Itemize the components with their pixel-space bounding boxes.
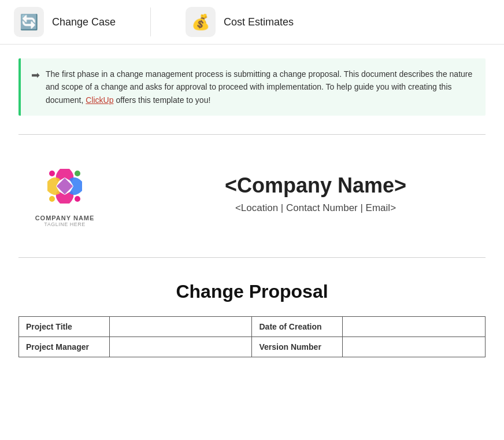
table-cell-date-creation-value[interactable] — [343, 317, 486, 337]
top-nav: 🔄 Change Case 💰 Cost Estimates — [0, 0, 504, 45]
svg-point-0 — [49, 171, 55, 176]
company-logo-area: COMPANY NAME TAGLINE HERE — [18, 160, 111, 227]
table-cell-project-title-label: Project Title — [19, 317, 110, 337]
table-cell-project-manager-label: Project Manager — [19, 337, 110, 357]
company-contact-line: <Location | Contact Number | Email> — [146, 202, 486, 214]
company-logo-svg — [33, 160, 97, 212]
nav-divider — [150, 8, 151, 36]
change-case-label: Change Case — [52, 16, 116, 28]
table-cell-date-creation-label: Date of Creation — [252, 317, 343, 337]
proposal-info-table: Project Title Date of Creation Project M… — [18, 316, 486, 357]
divider-1 — [18, 134, 486, 135]
info-arrow-icon: ➡ — [31, 69, 40, 106]
company-name-heading: <Company Name> — [146, 173, 486, 198]
info-text-part2: offers this template to you! — [114, 95, 211, 105]
cost-estimates-icon: 💰 — [191, 13, 210, 31]
clickup-link[interactable]: ClickUp — [86, 95, 113, 105]
company-section: COMPANY NAME TAGLINE HERE <Company Name>… — [18, 149, 486, 243]
svg-point-3 — [75, 171, 80, 176]
nav-item-cost-estimates[interactable]: 💰 Cost Estimates — [186, 7, 294, 37]
table-cell-version-number-label: Version Number — [252, 337, 343, 357]
table-row: Project Title Date of Creation — [19, 317, 486, 337]
info-block: ➡ The first phase in a change management… — [18, 58, 486, 116]
proposal-section: Change Proposal Project Title Date of Cr… — [18, 272, 486, 369]
change-case-icon: 🔄 — [20, 13, 38, 31]
company-logo-tagline: TAGLINE HERE — [44, 221, 85, 227]
nav-item-change-case[interactable]: 🔄 Change Case — [14, 7, 116, 37]
svg-point-2 — [49, 196, 55, 202]
change-case-icon-box: 🔄 — [14, 7, 44, 37]
table-cell-project-title-value[interactable] — [109, 317, 252, 337]
cost-estimates-label: Cost Estimates — [224, 16, 294, 28]
cost-estimates-icon-box: 💰 — [186, 7, 216, 37]
svg-point-1 — [75, 196, 80, 202]
info-text: The first phase in a change management p… — [46, 68, 475, 106]
table-row: Project Manager Version Number — [19, 337, 486, 357]
table-cell-project-manager-value[interactable] — [109, 337, 252, 357]
main-content: ➡ The first phase in a change management… — [0, 45, 504, 383]
table-cell-version-number-value[interactable] — [343, 337, 486, 357]
company-logo-name: COMPANY NAME — [35, 215, 95, 221]
company-info-right: <Company Name> <Location | Contact Numbe… — [146, 173, 486, 214]
divider-2 — [18, 257, 486, 258]
proposal-title: Change Proposal — [18, 281, 486, 302]
